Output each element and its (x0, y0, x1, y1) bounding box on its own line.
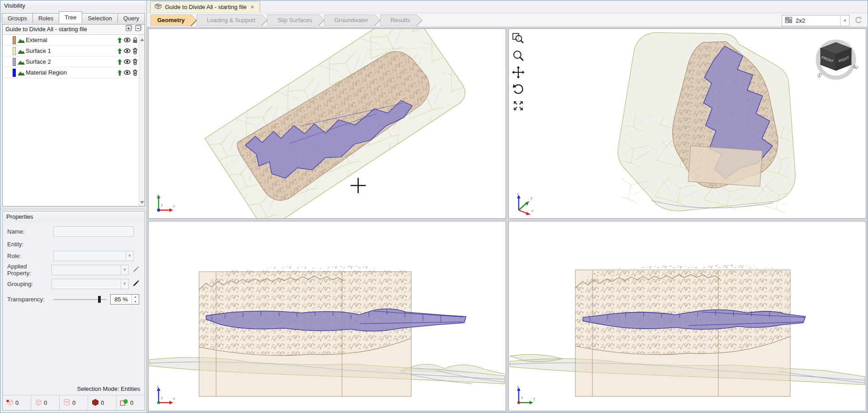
count-value: 0 (15, 399, 19, 406)
svg-text:z: z (161, 203, 163, 207)
applied-property-dropdown[interactable]: ▼ (52, 265, 129, 275)
role-dropdown[interactable]: ▼ (53, 251, 134, 261)
pan-button[interactable] (511, 65, 526, 80)
chevron-down-icon[interactable]: ▼ (121, 265, 128, 275)
up-arrow-icon[interactable] (116, 48, 123, 54)
selection-mode-status: Selection Mode: Entities (77, 385, 140, 392)
axis-triad: z y x (512, 385, 537, 408)
viewport-toolbar (511, 32, 526, 114)
tree-scrollbar[interactable] (139, 35, 145, 206)
workflow-tab-slip-surfaces[interactable]: Slip Surfaces (267, 14, 319, 26)
lock-icon[interactable] (131, 37, 139, 43)
tree-row-surface-1[interactable]: Surface 1 (3, 46, 139, 56)
visibility-eye-icon[interactable] (123, 38, 131, 42)
tree-row-material-region[interactable]: Material Region (3, 67, 139, 78)
mountain-icon (17, 59, 25, 65)
color-swatch (13, 69, 16, 77)
grouping-dropdown[interactable]: ▼ (52, 279, 129, 289)
tab-tree[interactable]: Tree (59, 11, 82, 23)
close-icon[interactable]: × (249, 4, 256, 10)
zoom-window-icon (512, 33, 525, 47)
collapse-all-icon (135, 24, 142, 34)
mountain-icon (17, 70, 25, 75)
tree-item-label: Material Region (25, 69, 116, 76)
delete-icon[interactable] (131, 70, 139, 76)
tree-row-external[interactable]: External (3, 35, 139, 46)
volume-count-icon (91, 399, 99, 408)
color-swatch (13, 47, 16, 55)
scroll-down-icon[interactable] (140, 198, 144, 205)
transparency-slider[interactable] (53, 294, 107, 305)
tab-query[interactable]: Query (117, 13, 145, 23)
svg-text:S: S (816, 71, 824, 79)
entity-label: Entity: (7, 241, 53, 248)
chevron-down-icon[interactable]: ▼ (840, 15, 849, 26)
workflow-tab-geometry[interactable]: Geometry (150, 14, 191, 26)
svg-text:y: y (161, 395, 163, 400)
slider-handle[interactable] (98, 296, 101, 303)
scroll-up-icon[interactable] (140, 36, 144, 42)
color-swatch (13, 36, 16, 44)
tab-selection[interactable]: Selection (82, 13, 117, 23)
main-area: Guide to Divide All - starting file × Ge… (147, 0, 868, 413)
tree-row-surface-2[interactable]: Surface 2 (3, 56, 139, 67)
application-window: Visibility Groups Roles Tree Selection Q… (0, 0, 868, 413)
collapse-all-button[interactable] (135, 26, 143, 33)
viewport-top-right[interactable]: TOP FRONT RIGHT S E z y x (508, 28, 866, 219)
crosshair-cursor (351, 178, 366, 193)
workflow-tab-loading-support[interactable]: Loading & Support (197, 14, 262, 26)
rotate-button[interactable] (511, 82, 526, 97)
visibility-eye-icon[interactable] (123, 59, 131, 64)
scene-front-view (149, 221, 506, 411)
zoom-button[interactable] (511, 48, 526, 64)
chevron-down-icon[interactable]: ▼ (121, 279, 128, 289)
role-field-row: Role: ▼ (7, 250, 141, 261)
viewport-top-left[interactable]: y x z (148, 28, 506, 219)
svg-text:x: x (521, 395, 523, 400)
document-tab[interactable]: Guide to Divide All - starting file × (150, 1, 260, 13)
spinner-up-icon[interactable]: ▲ (132, 295, 139, 300)
expand-all-button[interactable] (125, 26, 133, 33)
refresh-button[interactable] (853, 15, 863, 26)
visibility-eye-icon[interactable] (123, 70, 131, 75)
view-cube[interactable]: TOP FRONT RIGHT S E (812, 33, 859, 80)
visibility-eye-icon[interactable] (123, 48, 131, 53)
svg-text:y: y (533, 396, 535, 401)
up-arrow-icon[interactable] (116, 59, 123, 65)
svg-text:z: z (517, 192, 519, 197)
spinner-down-icon[interactable]: ▼ (132, 299, 139, 304)
visibility-panel-title: Visibility (0, 0, 146, 11)
panel-splitter[interactable] (0, 207, 147, 210)
name-input[interactable] (53, 226, 134, 237)
edit-grouping-button[interactable] (131, 279, 141, 289)
delete-icon[interactable] (131, 59, 139, 65)
up-arrow-icon[interactable] (116, 70, 123, 76)
chevron-down-icon[interactable]: ▼ (126, 251, 133, 261)
tree-root-header[interactable]: Guide to Divide All - starting file (3, 24, 145, 35)
transparency-label: Transparency: (7, 296, 53, 303)
up-arrow-icon[interactable] (116, 37, 123, 43)
pencil-icon (132, 266, 140, 274)
transparency-spinner[interactable]: 85 % ▲ ▼ (110, 294, 139, 305)
viewport-bottom-left[interactable]: z x y (148, 221, 506, 411)
visibility-panel: Visibility Groups Roles Tree Selection Q… (0, 0, 147, 413)
edit-applied-property-button[interactable] (131, 265, 141, 275)
workflow-tab-groundwater[interactable]: Groundwater (324, 14, 375, 26)
viewport-layout-dropdown[interactable]: 2x2 ▼ (782, 15, 849, 26)
tree-item-label: Surface 2 (25, 58, 116, 65)
svg-text:z: z (157, 385, 159, 389)
axis-triad: z y x (512, 192, 537, 216)
delete-icon[interactable] (131, 48, 139, 54)
scene-side-view (509, 221, 866, 411)
viewport-bottom-right[interactable]: z y x (508, 221, 866, 411)
workflow-tab-results[interactable]: Results (380, 14, 416, 26)
rotate-icon (512, 83, 525, 97)
tab-roles[interactable]: Roles (33, 13, 59, 23)
entity-count-icon (120, 399, 129, 408)
zoom-window-button[interactable] (511, 32, 526, 47)
tab-groups[interactable]: Groups (2, 13, 33, 23)
maximize-viewport-button[interactable] (511, 99, 526, 114)
applied-property-label: Applied Property: (7, 263, 52, 277)
svg-text:y: y (530, 196, 533, 200)
pencil-icon (132, 280, 140, 288)
